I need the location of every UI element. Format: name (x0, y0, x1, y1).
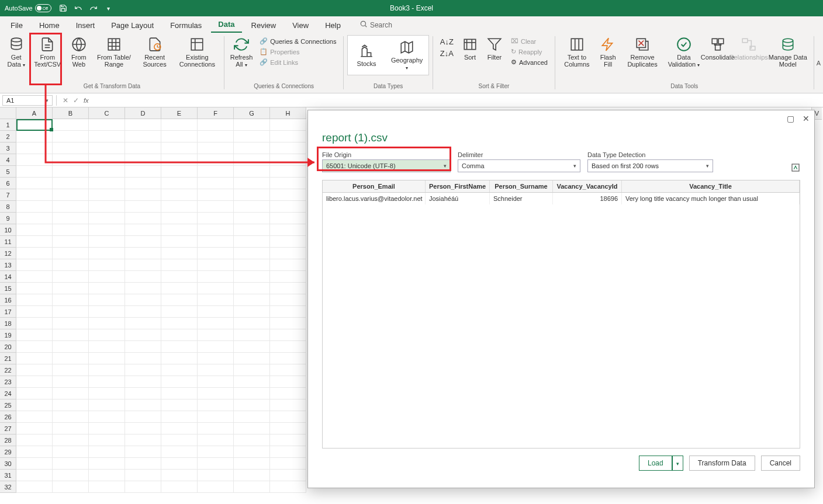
row-header[interactable]: 5 (0, 166, 16, 178)
grid-cell[interactable] (125, 458, 161, 470)
grid-cell[interactable] (270, 189, 306, 201)
select-all-corner[interactable] (0, 107, 16, 119)
grid-cell[interactable] (234, 481, 270, 493)
grid-cell[interactable] (125, 470, 161, 481)
cancel-button[interactable]: Cancel (761, 456, 800, 471)
grid-cell[interactable] (198, 178, 234, 189)
grid-cell[interactable] (234, 329, 270, 341)
grid-cell[interactable] (270, 213, 306, 224)
grid-cell[interactable] (125, 213, 161, 224)
grid-cell[interactable] (53, 294, 89, 306)
grid-cell[interactable] (53, 224, 89, 236)
grid-cell[interactable] (16, 423, 53, 435)
grid-cell[interactable] (198, 283, 234, 294)
grid-cell[interactable] (270, 458, 306, 470)
grid-cell[interactable] (161, 166, 198, 178)
row-header[interactable]: 31 (0, 470, 16, 481)
grid-cell[interactable] (125, 248, 161, 259)
grid-cell[interactable] (125, 178, 161, 189)
grid-cell[interactable] (89, 458, 125, 470)
grid-cell[interactable] (16, 306, 53, 318)
grid-cell[interactable] (198, 224, 234, 236)
row-header[interactable]: 15 (0, 283, 16, 294)
grid-cell[interactable] (16, 236, 53, 248)
grid-cell[interactable] (125, 376, 161, 388)
stocks-button[interactable]: Stocks (350, 41, 383, 68)
grid-cell[interactable] (234, 236, 270, 248)
grid-cell[interactable] (16, 388, 53, 399)
grid-cell[interactable] (125, 341, 161, 353)
grid-cell[interactable] (234, 189, 270, 201)
grid-cell[interactable] (53, 189, 89, 201)
grid-cell[interactable] (89, 399, 125, 411)
grid-cell[interactable] (161, 248, 198, 259)
grid-cell[interactable] (89, 353, 125, 364)
autosave-toggle[interactable]: AutoSave Off (5, 4, 51, 12)
row-header[interactable]: 27 (0, 423, 16, 435)
grid-cell[interactable] (53, 353, 89, 364)
grid-cell[interactable] (234, 166, 270, 178)
redo-icon[interactable] (89, 4, 98, 13)
grid-cell[interactable] (234, 435, 270, 446)
tab-view[interactable]: View (285, 18, 316, 33)
grid-cell[interactable] (270, 329, 306, 341)
grid-cell[interactable] (198, 446, 234, 458)
grid-cell[interactable] (16, 201, 53, 213)
grid-cell[interactable] (125, 364, 161, 376)
grid-cell[interactable] (16, 178, 53, 189)
queries-connections-button[interactable]: 🔗Queries & Connections (257, 36, 338, 46)
grid-cell[interactable] (89, 201, 125, 213)
row-header[interactable]: 18 (0, 318, 16, 329)
grid-cell[interactable] (234, 283, 270, 294)
tab-home[interactable]: Home (32, 18, 67, 33)
grid-cell[interactable] (198, 329, 234, 341)
grid-cell[interactable] (270, 236, 306, 248)
grid-cell[interactable] (270, 399, 306, 411)
grid-cell[interactable] (198, 189, 234, 201)
grid-cell[interactable] (53, 481, 89, 493)
grid-cell[interactable] (89, 364, 125, 376)
grid-cell[interactable] (16, 470, 53, 481)
grid-cell[interactable] (234, 470, 270, 481)
row-header[interactable]: 1 (0, 119, 16, 131)
grid-cell[interactable] (16, 189, 53, 201)
grid-cell[interactable] (161, 423, 198, 435)
grid-cell[interactable] (125, 388, 161, 399)
grid-cell[interactable] (125, 166, 161, 178)
grid-cell[interactable] (234, 353, 270, 364)
grid-cell[interactable] (270, 248, 306, 259)
grid-cell[interactable] (161, 470, 198, 481)
filter-button[interactable]: Filter (483, 35, 506, 62)
grid-cell[interactable] (16, 353, 53, 364)
tab-insert[interactable]: Insert (69, 18, 102, 33)
grid-cell[interactable] (125, 236, 161, 248)
grid-cell[interactable] (270, 470, 306, 481)
grid-cell[interactable] (198, 399, 234, 411)
grid-cell[interactable] (270, 201, 306, 213)
grid-cell[interactable] (125, 411, 161, 423)
grid-cell[interactable] (161, 376, 198, 388)
grid-cell[interactable] (161, 364, 198, 376)
grid-cell[interactable] (53, 166, 89, 178)
grid-cell[interactable] (234, 259, 270, 271)
grid-cell[interactable] (198, 306, 234, 318)
row-header[interactable]: 6 (0, 178, 16, 189)
grid-cell[interactable] (198, 341, 234, 353)
grid-cell[interactable] (198, 470, 234, 481)
refresh-all-button[interactable]: Refresh All ▾ (228, 35, 255, 69)
grid-cell[interactable] (270, 364, 306, 376)
grid-cell[interactable] (161, 259, 198, 271)
grid-cell[interactable] (53, 435, 89, 446)
grid-cell[interactable] (16, 446, 53, 458)
detection-select[interactable]: Based on first 200 rows ▾ (587, 159, 713, 172)
grid-cell[interactable] (16, 213, 53, 224)
grid-cell[interactable] (125, 189, 161, 201)
grid-cell[interactable] (198, 353, 234, 364)
tab-file[interactable]: File (4, 18, 30, 33)
existing-connections-button[interactable]: Existing Connections (174, 35, 220, 69)
manage-dm-button[interactable]: Manage Data Model (766, 35, 810, 69)
grid-cell[interactable] (198, 376, 234, 388)
grid-cell[interactable] (270, 341, 306, 353)
grid-cell[interactable] (234, 224, 270, 236)
grid-cell[interactable] (234, 318, 270, 329)
